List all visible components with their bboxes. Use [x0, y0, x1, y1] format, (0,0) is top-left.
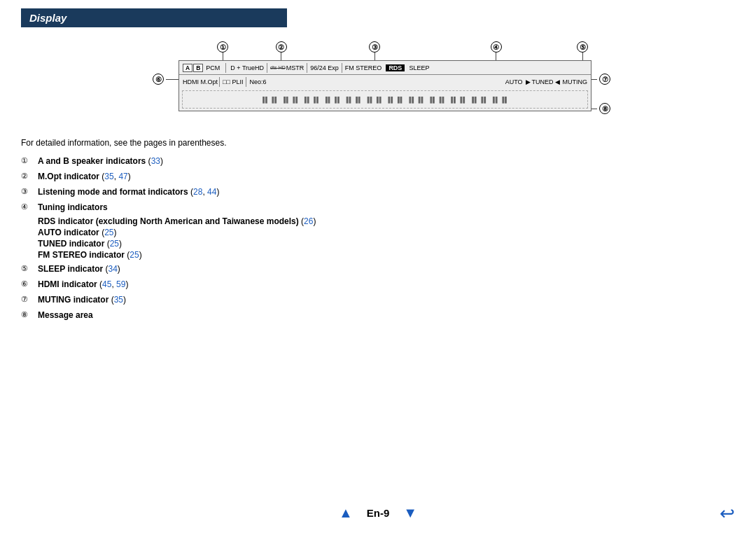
panel-row1: A B PCM D + TrueHD dts-HD MSTR 96/24 Exp… — [179, 61, 591, 75]
pcm-label: PCM — [206, 64, 220, 71]
description-section: For detailed information, see the pages … — [21, 138, 735, 321]
desc-item-5: ⑤ SLEEP indicator (34) — [21, 263, 735, 275]
desc-num-1: ① — [21, 155, 38, 167]
desc-num-6: ⑥ — [21, 278, 38, 291]
desc-text-4: Tuning indicators — [38, 201, 108, 214]
desc-item-2: ② M.Opt indicator (35, 47) — [21, 170, 735, 183]
desc-text-6: HDMI indicator (45, 59) — [38, 278, 128, 291]
muting-label: MUTING — [563, 78, 588, 85]
plii-label: □□ PLII — [223, 78, 243, 85]
back-arrow-small: ◀ — [555, 78, 560, 85]
header-title: Display — [29, 12, 66, 24]
desc-num-8: ⑧ — [21, 309, 38, 321]
desc-item-3: ③ Listening mode and format indicators (… — [21, 186, 735, 198]
indicator-6: ⑥ — [153, 74, 181, 85]
sub-fm-stereo: FM STEREO indicator (25) — [38, 250, 735, 260]
desc-text-2: M.Opt indicator (35, 47) — [38, 170, 131, 183]
panel-row2: HDMI M.Opt □□ PLII Neo:6 AUTO ▶ TUNED ◀ … — [179, 75, 591, 89]
nav-up-arrow[interactable]: ▲ — [339, 505, 353, 521]
sub-rds: RDS indicator (excluding North American … — [38, 216, 735, 226]
tuned-label: TUNED — [532, 78, 554, 85]
rds-box: RDS — [386, 64, 405, 71]
nav-down-arrow[interactable]: ▼ — [403, 505, 417, 521]
page-label: En-9 — [367, 507, 390, 519]
desc-num-7: ⑦ — [21, 293, 38, 306]
desc-item-4: ④ Tuning indicators — [21, 201, 735, 214]
mstr-label: MSTR — [286, 64, 304, 71]
desc-text-3: Listening mode and format indicators (28… — [38, 186, 219, 198]
desc-item-8: ⑧ Message area — [21, 309, 735, 321]
ab-indicator: A — [183, 64, 192, 72]
desc-text-7: MUTING indicator (35) — [38, 293, 126, 306]
desc-num-2: ② — [21, 170, 38, 183]
sub-tuned: TUNED indicator (25) — [38, 239, 735, 249]
sub-auto: AUTO indicator (25) — [38, 228, 735, 237]
desc-item-1: ① A and B speaker indicators (33) — [21, 155, 735, 167]
dplus-truehd-label: D + TrueHD — [230, 64, 264, 71]
desc-num-5: ⑤ — [21, 263, 38, 275]
b-indicator: B — [193, 64, 203, 72]
exp-label: 96/24 Exp — [310, 64, 339, 71]
desc-num-4: ④ — [21, 201, 38, 214]
footer-nav: ▲ En-9 ▼ — [0, 505, 756, 521]
desc-item-6: ⑥ HDMI indicator (45, 59) — [21, 278, 735, 291]
section-header: Display — [21, 8, 287, 27]
display-panel: A B PCM D + TrueHD dts-HD MSTR 96/24 Exp… — [178, 60, 592, 111]
intro-text: For detailed information, see the pages … — [21, 138, 735, 148]
neo-label: Neo:6 — [249, 78, 266, 85]
play-arrow: ▶ — [526, 78, 531, 85]
desc-item-7: ⑦ MUTING indicator (35) — [21, 293, 735, 306]
message-area: ▐▌▐▌ ▐▌▐▌ ▐▌▐▌ ▐▌▐▌ ▐▌▐▌ ▐▌▐▌ ▐▌▐▌ ▐▌▐▌ … — [182, 90, 588, 109]
desc-text-5: SLEEP indicator (34) — [38, 263, 120, 275]
sleep-label: SLEEP — [409, 64, 429, 71]
fm-stereo-label: FM STEREO — [345, 64, 382, 71]
back-button[interactable]: ↩ — [720, 503, 735, 524]
hdmi-label: HDMI M.Opt — [183, 78, 218, 85]
desc-text-1: A and B speaker indicators (33) — [38, 155, 163, 167]
display-diagram: ① ② ③ ④ ⑤ — [140, 41, 616, 132]
desc-num-3: ③ — [21, 186, 38, 198]
dts-hd-label: dts-HD — [270, 65, 286, 70]
desc-text-8: Message area — [38, 309, 93, 321]
auto-label: AUTO — [505, 78, 523, 85]
